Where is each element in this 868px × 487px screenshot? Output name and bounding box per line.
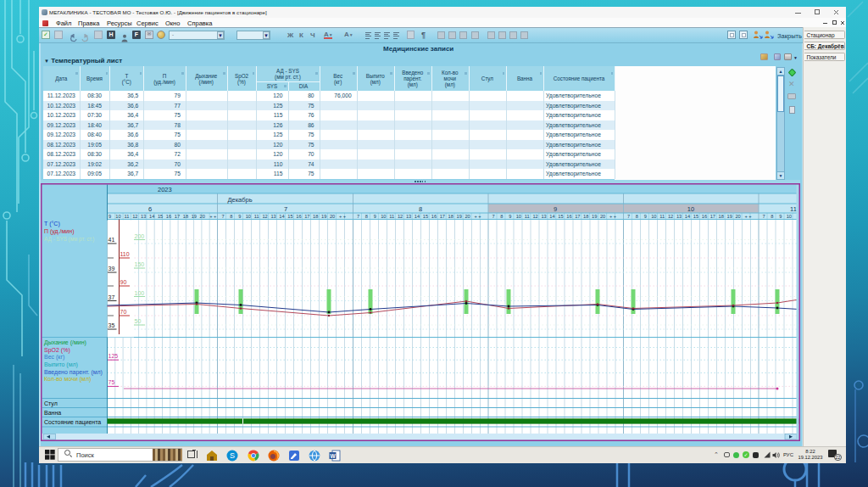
svg-text:2023: 2023 bbox=[158, 186, 172, 193]
svg-text:18: 18 bbox=[448, 214, 453, 219]
svg-text:Кол-во мочи (мл): Кол-во мочи (мл) bbox=[44, 376, 91, 383]
svg-text:S: S bbox=[230, 451, 235, 460]
svg-text:16: 16 bbox=[431, 214, 437, 219]
svg-text:10: 10 bbox=[516, 214, 521, 219]
svg-text:13: 13 bbox=[406, 214, 411, 219]
svg-text:7: 7 bbox=[284, 205, 287, 213]
svg-text:7: 7 bbox=[762, 214, 765, 219]
svg-text:9: 9 bbox=[374, 214, 376, 219]
svg-text:Состояние пациента: Состояние пациента bbox=[44, 419, 101, 426]
svg-text:19: 19 bbox=[457, 214, 462, 219]
svg-text:11: 11 bbox=[124, 214, 129, 219]
svg-text:Т (°C): Т (°C) bbox=[44, 221, 60, 227]
svg-text:90: 90 bbox=[120, 279, 127, 285]
svg-text:АД - SYS (мм рт. ст.): АД - SYS (мм рт. ст.) bbox=[44, 236, 94, 243]
svg-text:7: 7 bbox=[357, 214, 359, 219]
svg-text:14: 14 bbox=[149, 214, 154, 219]
svg-text:200: 200 bbox=[135, 233, 145, 239]
svg-text:37: 37 bbox=[108, 294, 115, 300]
svg-text:13: 13 bbox=[270, 214, 275, 219]
svg-text:19: 19 bbox=[192, 214, 197, 219]
svg-text:35: 35 bbox=[108, 322, 115, 328]
svg-text:14: 14 bbox=[415, 214, 420, 219]
svg-text:9: 9 bbox=[644, 214, 647, 219]
svg-text:17: 17 bbox=[175, 214, 180, 219]
svg-text:18: 18 bbox=[313, 214, 318, 219]
svg-text:Стул: Стул bbox=[44, 400, 58, 407]
svg-text:W: W bbox=[330, 452, 336, 458]
svg-text:9: 9 bbox=[509, 214, 511, 219]
svg-text:11: 11 bbox=[389, 214, 394, 219]
svg-text:Дыхание (/мин): Дыхание (/мин) bbox=[44, 339, 86, 346]
svg-text:20: 20 bbox=[465, 214, 470, 219]
svg-text:50: 50 bbox=[135, 318, 142, 324]
svg-text:125: 125 bbox=[108, 353, 119, 359]
svg-text:17: 17 bbox=[304, 214, 309, 219]
svg-text:12: 12 bbox=[262, 214, 267, 219]
svg-text:8: 8 bbox=[636, 214, 638, 219]
svg-text:9: 9 bbox=[108, 214, 111, 219]
svg-text:15: 15 bbox=[558, 214, 563, 219]
svg-text:110: 110 bbox=[120, 251, 130, 257]
svg-text:10: 10 bbox=[381, 214, 386, 219]
svg-text:14: 14 bbox=[685, 214, 690, 219]
svg-text:20: 20 bbox=[330, 214, 335, 219]
svg-text:11: 11 bbox=[525, 214, 530, 219]
svg-text:8: 8 bbox=[230, 214, 232, 219]
svg-text:150: 150 bbox=[135, 261, 145, 267]
svg-text:20: 20 bbox=[200, 214, 205, 219]
svg-text:10: 10 bbox=[787, 214, 792, 219]
svg-text:7: 7 bbox=[492, 214, 494, 219]
svg-text:16: 16 bbox=[166, 214, 171, 219]
svg-text:7: 7 bbox=[221, 214, 224, 219]
svg-text:19: 19 bbox=[727, 214, 732, 219]
svg-text:Введено парент. (мл): Введено парент. (мл) bbox=[44, 369, 103, 376]
svg-text:13: 13 bbox=[141, 214, 146, 219]
svg-text:19: 19 bbox=[321, 214, 326, 219]
svg-text:П (уд./мин): П (уд./мин) bbox=[44, 228, 74, 235]
svg-text:Выпито (мл): Выпито (мл) bbox=[44, 361, 78, 368]
svg-text:9: 9 bbox=[554, 205, 557, 213]
svg-text:8: 8 bbox=[771, 214, 773, 219]
svg-text:16: 16 bbox=[296, 214, 301, 219]
svg-text:12: 12 bbox=[398, 214, 403, 219]
svg-text:18: 18 bbox=[183, 214, 188, 219]
svg-text:39: 39 bbox=[108, 266, 115, 271]
svg-text:8: 8 bbox=[365, 214, 368, 219]
svg-text:19: 19 bbox=[592, 214, 597, 219]
svg-text:11: 11 bbox=[254, 214, 259, 219]
svg-text:SpO2 (%): SpO2 (%) bbox=[44, 347, 70, 354]
svg-text:17: 17 bbox=[575, 214, 580, 219]
svg-text:17: 17 bbox=[440, 214, 445, 219]
svg-text:16: 16 bbox=[702, 214, 707, 219]
svg-text:100: 100 bbox=[135, 290, 145, 296]
svg-text:14: 14 bbox=[549, 214, 554, 219]
svg-text:11: 11 bbox=[659, 214, 665, 219]
svg-text:14: 14 bbox=[279, 214, 284, 219]
svg-text:15: 15 bbox=[423, 214, 428, 219]
svg-text:Вес (кг): Вес (кг) bbox=[44, 354, 64, 361]
svg-text:12: 12 bbox=[532, 214, 537, 219]
svg-text:10: 10 bbox=[115, 214, 120, 219]
svg-text:9: 9 bbox=[238, 214, 241, 219]
svg-text:15: 15 bbox=[693, 214, 698, 219]
svg-text:70: 70 bbox=[120, 309, 127, 315]
svg-text:Декабрь: Декабрь bbox=[227, 196, 252, 204]
svg-text:13: 13 bbox=[676, 214, 682, 219]
svg-text:11: 11 bbox=[790, 205, 797, 213]
svg-text:75: 75 bbox=[108, 379, 115, 385]
svg-text:12: 12 bbox=[668, 214, 673, 219]
svg-text:Ванна: Ванна bbox=[44, 410, 61, 416]
svg-text:7: 7 bbox=[627, 214, 630, 219]
svg-text:6: 6 bbox=[148, 205, 152, 213]
svg-text:13: 13 bbox=[541, 214, 546, 219]
svg-text:15: 15 bbox=[158, 214, 163, 219]
svg-text:9: 9 bbox=[779, 214, 782, 219]
svg-text:8: 8 bbox=[500, 214, 503, 219]
svg-text:17: 17 bbox=[710, 214, 715, 219]
svg-text:41: 41 bbox=[108, 237, 115, 243]
svg-text:10: 10 bbox=[246, 214, 251, 219]
svg-text:10: 10 bbox=[687, 205, 694, 213]
svg-text:12: 12 bbox=[132, 214, 137, 219]
svg-text:10: 10 bbox=[651, 214, 656, 219]
